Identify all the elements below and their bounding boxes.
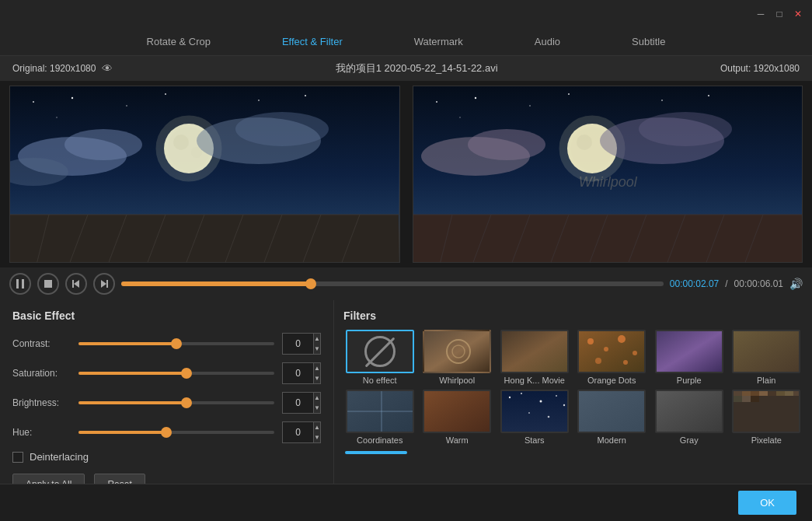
svg-point-71 bbox=[595, 358, 601, 364]
filter-item-coordinates[interactable]: Coordinates bbox=[343, 390, 416, 445]
svg-point-83 bbox=[556, 395, 557, 397]
svg-rect-98 bbox=[734, 396, 742, 402]
svg-point-69 bbox=[618, 335, 626, 343]
svg-rect-95 bbox=[776, 390, 785, 396]
hue-label: Hue: bbox=[12, 427, 71, 438]
output-resolution: Output: 1920x1080 bbox=[720, 63, 800, 74]
tab-audio[interactable]: Audio bbox=[530, 34, 565, 49]
file-name: 我的项目1 2020-05-22_14-51-22.avi bbox=[336, 61, 498, 75]
prev-frame-button[interactable] bbox=[65, 273, 87, 295]
contrast-thumb[interactable] bbox=[171, 338, 182, 349]
visibility-icon[interactable]: 👁 bbox=[102, 62, 113, 75]
filter-item-modern[interactable]: Modern bbox=[576, 390, 649, 445]
tab-effect-filter[interactable]: Effect & Filter bbox=[277, 34, 347, 49]
svg-rect-56 bbox=[22, 279, 24, 288]
svg-rect-96 bbox=[785, 390, 793, 396]
contrast-down[interactable]: ▼ bbox=[314, 344, 320, 354]
brightness-row: Brightness: 0 ▲ ▼ bbox=[12, 392, 321, 414]
hue-value: 0 bbox=[283, 427, 313, 438]
svg-point-68 bbox=[604, 347, 608, 351]
saturation-up[interactable]: ▲ bbox=[314, 363, 320, 373]
filter-item-warm[interactable]: Warm bbox=[421, 390, 494, 445]
filter-label-orange-dots: Orange Dots bbox=[587, 376, 636, 385]
filter-item-no-effect[interactable]: No effect bbox=[343, 330, 416, 385]
deinterlacing-label: Deinterlacing bbox=[30, 451, 89, 463]
filter-item-stars[interactable]: Stars bbox=[498, 390, 571, 445]
contrast-up[interactable]: ▲ bbox=[314, 334, 320, 344]
filter-item-whirlpool[interactable]: Whirlpool bbox=[421, 330, 494, 385]
hue-slider[interactable] bbox=[78, 431, 274, 434]
filter-label-pixelate: Pixelate bbox=[751, 435, 782, 445]
svg-point-34 bbox=[459, 117, 461, 118]
filter-scroll-indicator bbox=[345, 451, 407, 454]
info-bar: Original: 1920x1080 👁 我的项目1 2020-05-22_1… bbox=[0, 56, 812, 81]
filter-item-plain[interactable]: Plain bbox=[730, 330, 803, 385]
deinterlacing-checkbox[interactable] bbox=[12, 452, 23, 463]
svg-rect-65 bbox=[502, 330, 567, 373]
hue-value-box: 0 ▲ ▼ bbox=[282, 421, 321, 443]
hue-fill bbox=[78, 431, 166, 434]
svg-point-82 bbox=[539, 400, 542, 403]
filter-thumb-warm bbox=[423, 390, 491, 433]
saturation-slider[interactable] bbox=[78, 372, 274, 375]
tab-rotate-crop[interactable]: Rotate & Crop bbox=[142, 34, 215, 49]
hue-up[interactable]: ▲ bbox=[314, 422, 320, 432]
svg-marker-60 bbox=[101, 280, 106, 288]
tab-watermark[interactable]: Watermark bbox=[409, 34, 468, 49]
brightness-up[interactable]: ▲ bbox=[314, 393, 320, 403]
output-video-panel: Whirlpool bbox=[413, 86, 803, 263]
window-controls: ─ □ ✕ bbox=[754, 8, 804, 20]
hue-down[interactable]: ▼ bbox=[314, 432, 320, 442]
filter-thumb-stars bbox=[500, 390, 569, 433]
saturation-down[interactable]: ▼ bbox=[314, 373, 320, 383]
svg-rect-93 bbox=[759, 390, 768, 396]
filter-label-stars: Stars bbox=[524, 435, 545, 445]
filter-item-purple[interactable]: Purple bbox=[653, 330, 726, 385]
svg-rect-79 bbox=[502, 390, 567, 433]
tab-subtitle[interactable]: Subtitle bbox=[627, 34, 670, 49]
saturation-spinner: ▲ ▼ bbox=[313, 363, 320, 383]
minimize-button[interactable]: ─ bbox=[754, 8, 767, 20]
filter-item-hong-kong-movie[interactable]: Hong K... Movie bbox=[498, 330, 571, 385]
svg-rect-91 bbox=[742, 390, 751, 396]
time-total: 00:00:06.01 bbox=[734, 278, 783, 289]
title-bar: ─ □ ✕ bbox=[0, 0, 812, 28]
brightness-thumb[interactable] bbox=[181, 397, 192, 408]
svg-point-81 bbox=[521, 393, 522, 394]
output-video: Whirlpool bbox=[413, 86, 803, 262]
next-frame-button[interactable] bbox=[93, 273, 115, 295]
filter-item-pixelate[interactable]: Pixelate bbox=[730, 390, 803, 445]
volume-icon[interactable]: 🔊 bbox=[789, 278, 803, 290]
filter-label-coordinates: Coordinates bbox=[357, 435, 403, 445]
progress-bar[interactable] bbox=[121, 281, 664, 286]
contrast-label: Contrast: bbox=[12, 338, 71, 349]
time-separator: / bbox=[725, 278, 727, 289]
play-pause-button[interactable] bbox=[9, 273, 31, 295]
svg-rect-94 bbox=[768, 390, 776, 396]
filter-label-whirlpool: Whirlpool bbox=[439, 376, 475, 385]
hue-thumb[interactable] bbox=[161, 427, 172, 438]
brightness-slider[interactable] bbox=[78, 401, 274, 404]
filters-panel: Filters No effect bbox=[334, 300, 812, 507]
filter-thumb-orange-dots bbox=[577, 330, 646, 373]
basic-effect-panel: Basic Effect Contrast: 0 ▲ ▼ Saturation: bbox=[0, 300, 334, 507]
svg-rect-87 bbox=[579, 390, 644, 433]
svg-point-2 bbox=[71, 97, 73, 99]
svg-point-5 bbox=[258, 100, 260, 101]
svg-rect-90 bbox=[734, 390, 742, 396]
video-area: Whirlpool bbox=[0, 81, 812, 267]
stop-button[interactable] bbox=[37, 273, 59, 295]
filter-thumb-coordinates bbox=[346, 390, 414, 433]
filter-item-gray[interactable]: Gray bbox=[653, 390, 726, 445]
ok-button[interactable]: OK bbox=[738, 491, 796, 515]
saturation-thumb[interactable] bbox=[181, 368, 192, 379]
brightness-down[interactable]: ▼ bbox=[314, 403, 320, 413]
close-button[interactable]: ✕ bbox=[792, 8, 804, 20]
filter-thumb-hong-kong-movie bbox=[500, 330, 569, 373]
progress-thumb[interactable] bbox=[305, 278, 316, 289]
contrast-slider[interactable] bbox=[78, 342, 274, 345]
svg-point-6 bbox=[56, 117, 58, 118]
restore-button[interactable]: □ bbox=[773, 8, 786, 20]
svg-rect-99 bbox=[742, 396, 751, 402]
filter-item-orange-dots[interactable]: Orange Dots bbox=[576, 330, 649, 385]
